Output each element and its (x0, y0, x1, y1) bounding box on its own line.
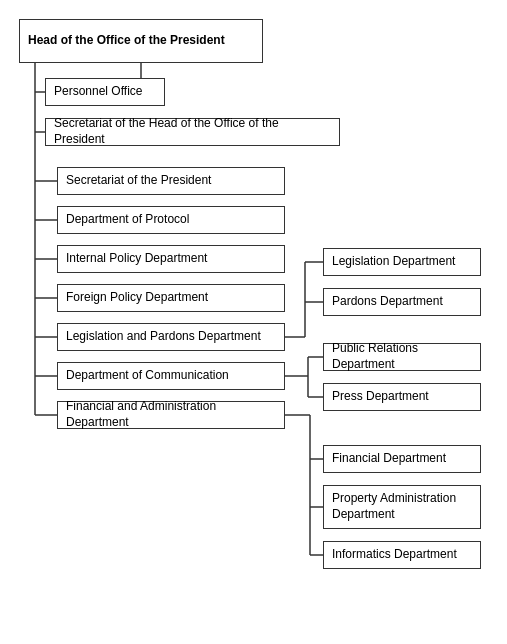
org-chart: Head of the Office of the President Pers… (0, 0, 507, 20)
foreign-policy-node: Foreign Policy Department (57, 284, 285, 312)
legislation-pardons-node: Legislation and Pardons Department (57, 323, 285, 351)
internal-policy-node: Internal Policy Department (57, 245, 285, 273)
property-admin-node: Property Administration Department (323, 485, 481, 529)
secretariat-pres-node: Secretariat of the President (57, 167, 285, 195)
public-relations-node: Public Relations Department (323, 343, 481, 371)
financial-admin-node: Financial and Administration Department (57, 401, 285, 429)
communication-node: Department of Communication (57, 362, 285, 390)
secretariat-head-node: Secretariat of the Head of the Office of… (45, 118, 340, 146)
press-dept-node: Press Department (323, 383, 481, 411)
head-node: Head of the Office of the President (19, 19, 263, 63)
legislation-dept-node: Legislation Department (323, 248, 481, 276)
protocol-node: Department of Protocol (57, 206, 285, 234)
personnel-node: Personnel Office (45, 78, 165, 106)
financial-dept-node: Financial Department (323, 445, 481, 473)
informatics-node: Informatics Department (323, 541, 481, 569)
pardons-dept-node: Pardons Department (323, 288, 481, 316)
